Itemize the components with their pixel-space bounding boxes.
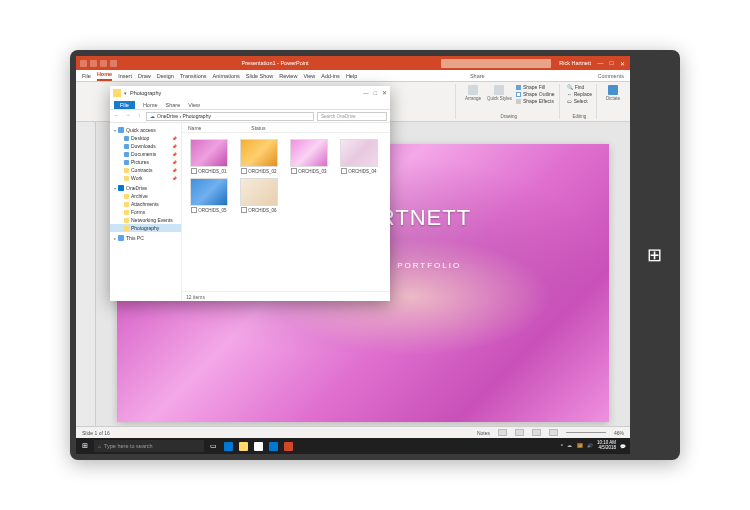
nav-photography[interactable]: Photography [110, 224, 181, 232]
file-item[interactable]: ORCHIDS_01 [188, 139, 230, 174]
taskbar-explorer[interactable] [237, 440, 250, 452]
explorer-tab-home[interactable]: Home [143, 102, 158, 109]
tab-transitions[interactable]: Transitions [180, 73, 207, 81]
zoom-level[interactable]: 46% [614, 430, 624, 436]
minimize-button[interactable]: ― [597, 60, 604, 67]
tab-view[interactable]: View [303, 73, 315, 81]
slide-indicator[interactable]: Slide 1 of 16 [82, 430, 110, 436]
tab-review[interactable]: Review [279, 73, 297, 81]
slideshow-view-button[interactable] [549, 429, 558, 436]
col-status[interactable]: Status [251, 125, 265, 131]
onedrive-header[interactable]: ▾OneDrive [110, 184, 181, 192]
search-icon: ⌕ [98, 443, 101, 449]
file-item[interactable]: ORCHIDS_04 [338, 139, 380, 174]
nav-archive[interactable]: Archive [110, 192, 181, 200]
windows-taskbar: ⊞ ⌕Type here to search ▭ ^ ☁ 📶 🔊 10:10 A… [76, 438, 630, 454]
sorter-view-button[interactable] [515, 429, 524, 436]
quick-access-header[interactable]: ▾Quick access [110, 126, 181, 134]
breadcrumb[interactable]: OneDrive › Photography [157, 113, 211, 119]
find-button[interactable]: 🔍Find [567, 84, 592, 90]
address-bar[interactable]: ☁ OneDrive › Photography [146, 112, 314, 121]
task-view-button[interactable]: ▭ [206, 440, 220, 452]
taskbar-edge[interactable] [222, 440, 235, 452]
up-button[interactable]: ↑ [135, 112, 143, 120]
shape-fill-button[interactable]: Shape Fill [516, 84, 555, 90]
explorer-maximize-button[interactable]: □ [374, 90, 377, 96]
thispc-header[interactable]: ▸This PC [110, 234, 181, 242]
signed-in-user[interactable]: Rick Hartnett [559, 60, 591, 66]
replace-button[interactable]: ↔Replace [567, 91, 592, 97]
taskbar-powerpoint[interactable] [282, 440, 295, 452]
close-button[interactable]: ✕ [619, 60, 626, 67]
slide-subtitle-text[interactable]: PORTFOLIO [397, 261, 461, 270]
nav-desktop[interactable]: Desktop📌 [110, 134, 181, 142]
nav-contracts[interactable]: Contracts📌 [110, 166, 181, 174]
explorer-tab-view[interactable]: View [188, 102, 200, 109]
taskbar-store[interactable] [252, 440, 265, 452]
start-button[interactable]: ⊞ [78, 440, 92, 452]
nav-forms[interactable]: Forms [110, 208, 181, 216]
tab-addins[interactable]: Add-ins [321, 73, 340, 81]
onedrive-icon: ☁ [150, 113, 155, 119]
navigation-pane: ▾Quick access Desktop📌 Downloads📌 Docume… [110, 123, 182, 301]
slide-thumbnail-pane[interactable] [76, 122, 96, 438]
nav-work[interactable]: Work📌 [110, 174, 181, 182]
tray-up-icon[interactable]: ^ [561, 444, 563, 449]
tab-insert[interactable]: Insert [118, 73, 132, 81]
taskbar-search[interactable]: ⌕Type here to search [94, 440, 204, 452]
back-button[interactable]: ← [113, 112, 121, 120]
file-item[interactable]: ORCHIDS_05 [188, 178, 230, 213]
tab-slideshow[interactable]: Slide Show [246, 73, 274, 81]
save-icon[interactable] [90, 60, 97, 67]
dictate-button[interactable]: Dictate [604, 84, 622, 102]
tab-home[interactable]: Home [97, 71, 112, 81]
explorer-tab-file[interactable]: File [114, 101, 135, 109]
select-button[interactable]: ▭Select [567, 98, 592, 104]
file-item[interactable]: ORCHIDS_02 [238, 139, 280, 174]
nav-networking[interactable]: Networking Events [110, 216, 181, 224]
taskbar-mail[interactable] [267, 440, 280, 452]
shape-outline-button[interactable]: Shape Outline [516, 91, 555, 97]
zoom-slider[interactable] [566, 432, 606, 433]
qatdropdown-icon[interactable]: ▾ [124, 90, 127, 96]
explorer-close-button[interactable]: ✕ [382, 90, 387, 96]
file-item[interactable]: ORCHIDS_03 [288, 139, 330, 174]
redo-icon[interactable] [110, 60, 117, 67]
tell-me-search[interactable] [441, 59, 551, 68]
nav-pictures[interactable]: Pictures📌 [110, 158, 181, 166]
col-name[interactable]: Name [188, 125, 201, 131]
explorer-tab-share[interactable]: Share [166, 102, 181, 109]
tray-onedrive-icon[interactable]: ☁ [567, 443, 573, 449]
ribbon-group-editing: Editing [567, 114, 592, 119]
share-button[interactable]: Share [470, 73, 485, 81]
forward-button[interactable]: → [124, 112, 132, 120]
nav-documents[interactable]: Documents📌 [110, 150, 181, 158]
tab-file[interactable]: File [82, 73, 91, 81]
maximize-button[interactable]: □ [608, 60, 615, 67]
taskbar-clock[interactable]: 10:10 AM 4/5/2018 [597, 441, 616, 451]
reading-view-button[interactable] [532, 429, 541, 436]
arrange-button[interactable]: Arrange [463, 84, 483, 104]
tab-help[interactable]: Help [346, 73, 357, 81]
undo-icon[interactable] [100, 60, 107, 67]
nav-downloads[interactable]: Downloads📌 [110, 142, 181, 150]
quick-styles-button[interactable]: Quick Styles [485, 84, 514, 104]
tray-network-icon[interactable]: 📶 [577, 443, 583, 449]
document-name: Presentation1 - PowerPoint [117, 60, 433, 66]
tablet-windows-button[interactable]: ⊞ [647, 244, 662, 266]
explorer-minimize-button[interactable]: ― [363, 90, 369, 96]
tab-animations[interactable]: Animations [213, 73, 240, 81]
tray-volume-icon[interactable]: 🔊 [587, 443, 593, 449]
normal-view-button[interactable] [498, 429, 507, 436]
shape-effects-button[interactable]: Shape Effects [516, 98, 555, 104]
tab-draw[interactable]: Draw [138, 73, 151, 81]
file-item[interactable]: ORCHIDS_06 [238, 178, 280, 213]
notes-button[interactable]: Notes [477, 430, 490, 436]
file-grid: ORCHIDS_01 ORCHIDS_02 ORCHIDS_03 ORCHIDS… [182, 133, 390, 291]
autosave-toggle[interactable] [80, 60, 87, 67]
action-center-icon[interactable]: 💬 [620, 444, 626, 449]
explorer-search-input[interactable]: Search OneDrive [317, 112, 387, 121]
comments-button[interactable]: Comments [597, 73, 624, 81]
tab-design[interactable]: Design [157, 73, 174, 81]
nav-attachments[interactable]: Attachments [110, 200, 181, 208]
